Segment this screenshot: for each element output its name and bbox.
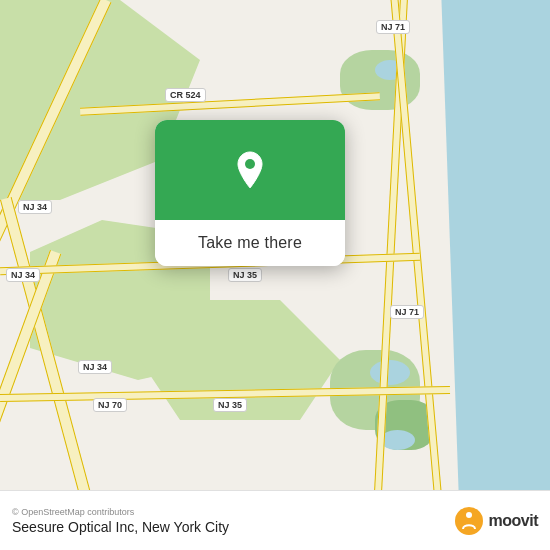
moovit-label: moovit: [489, 512, 538, 530]
location-pin-icon: [228, 148, 272, 192]
attribution-text: © OpenStreetMap contributors: [12, 507, 229, 517]
moovit-logo: moovit: [455, 507, 538, 535]
map-container: NJ 71 CR 524 NJ 34 NJ 34 NJ 35 NJ 71 NJ …: [0, 0, 550, 490]
road-label-nj35-mid: NJ 35: [228, 268, 262, 282]
svg-point-1: [466, 512, 472, 518]
map-water-3: [380, 430, 415, 450]
moovit-person-icon: [460, 511, 478, 531]
bottom-bar: © OpenStreetMap contributors Seesure Opt…: [0, 490, 550, 550]
location-popup: Take me there: [155, 120, 345, 266]
map-water-2: [370, 360, 410, 385]
popup-header: [155, 120, 345, 220]
place-name-text: Seesure Optical Inc, New York City: [12, 519, 229, 535]
svg-point-0: [245, 159, 255, 169]
road-label-nj71-top: NJ 71: [376, 20, 410, 34]
road-label-nj34-bot: NJ 34: [78, 360, 112, 374]
take-me-there-button[interactable]: Take me there: [155, 220, 345, 266]
bottom-left-section: © OpenStreetMap contributors Seesure Opt…: [12, 507, 229, 535]
road-label-cr524: CR 524: [165, 88, 206, 102]
road-label-nj70: NJ 70: [93, 398, 127, 412]
road-label-nj34-mid: NJ 34: [18, 200, 52, 214]
road-label-nj34-left: NJ 34: [6, 268, 40, 282]
road-label-nj35-bot: NJ 35: [213, 398, 247, 412]
moovit-icon: [455, 507, 483, 535]
road-label-nj71-mid: NJ 71: [390, 305, 424, 319]
